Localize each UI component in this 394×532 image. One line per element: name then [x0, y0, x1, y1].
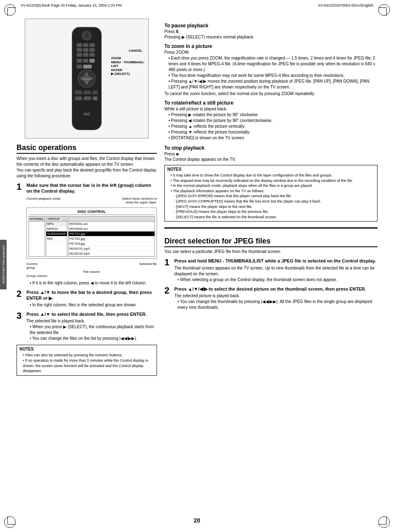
ds-step-2-content: Press ▲/▼/◀/▶ to select the desired pict…: [174, 286, 377, 310]
rotate-bullet-4: Pressing ▼ reflects the picture horizont…: [164, 129, 377, 135]
basic-operations-notes: NOTES Files can also be selected by pres…: [17, 345, 157, 375]
rotate-section: To rotate/reflect a still picture While …: [164, 100, 377, 141]
step-3-heading: Press ▲/▼ to select the desired file, th…: [26, 311, 157, 317]
right-note-dash-1: [JPEG DATA ERROR] means that this player…: [167, 193, 375, 199]
page-content: ENTER II JVC CANCEL ZOOMMENU · THUMBNAIL…: [17, 19, 377, 515]
step-3-content: Press ▲/▼ to select the desired file, th…: [26, 311, 157, 341]
svg-rect-14: [90, 59, 95, 62]
ds-step-1-detail: The thumbnail screen appears on the TV s…: [174, 265, 377, 277]
select-upper-layer-label: Select these sections toshow the upper l…: [122, 197, 157, 204]
basic-operations-intro: When you insert a disc with groups and f…: [17, 156, 157, 179]
ds-step-2-bullet: You can change the thumbnails by pressin…: [174, 299, 377, 310]
rotate-bullet-2: Pressing ◀ rotates the picture by 90° co…: [164, 118, 377, 124]
disc-control-diagram-wrapper: Current playback mode Select these secti…: [26, 197, 157, 278]
ds-step-1-num: 1: [164, 258, 172, 282]
notes-title: NOTES: [19, 347, 154, 351]
svg-rect-13: [83, 59, 88, 62]
rotate-bullet-3: Pressing ▲ reflects the picture vertical…: [164, 124, 377, 129]
svg-rect-25: [84, 91, 91, 94]
step-1-content: Make sure that the cursor bar is in the …: [26, 182, 157, 286]
side-tab: Audio/Video files playback: [0, 240, 7, 289]
stop-section: To stop playback Press ■. The Control di…: [164, 145, 377, 162]
step-3-bullet-2: You can change the files on the list by …: [26, 336, 157, 341]
step-3-bullet-1: When you press ▶ (SELECT), the continuou…: [26, 324, 157, 336]
svg-rect-3: [77, 43, 82, 47]
crosshair-tl: [7, 7, 16, 16]
svg-rect-11: [90, 53, 95, 57]
right-note-dash-5: [SELECT] means the file is selected on t…: [167, 215, 375, 220]
dc-item-pict01: PICT01.jpg: [69, 231, 154, 236]
disc-control-diagram: DISC CONTROL NORMAL GROUP ... MP3: [26, 208, 157, 259]
svg-text:JVC: JVC: [83, 112, 90, 116]
right-notes-title: NOTES: [167, 167, 375, 172]
direct-selection-intro: You can select a particular JPEG file fr…: [164, 249, 377, 255]
step-1-num: 1: [17, 182, 24, 286]
dc-item-mix: MIX: [46, 236, 67, 241]
dc-group-header: GROUP ...: [46, 217, 67, 222]
rotate-intro: While a still picture is played back:: [164, 107, 377, 111]
pause-playback-intro: Press II.: [164, 29, 377, 34]
step-1-bullet-1: If it is in the right column, press ◀ to…: [26, 280, 157, 286]
page-header: XV-N22S(B).book Page 20 Friday, January …: [0, 3, 394, 7]
crosshair-tr: [378, 7, 387, 16]
ds-step-2-detail: The selected picture is played back.: [174, 293, 377, 299]
svg-rect-16: [83, 65, 92, 68]
dc-item-pict02: PICT02.jpg: [69, 236, 154, 241]
pause-playback-section: To pause playback Press II. Pressing ▶ (…: [164, 23, 377, 39]
svg-point-2: [84, 33, 90, 38]
step-2: 2 Press ▲/▼ to move the bar to a desired…: [17, 289, 157, 308]
zoom-bullet-2: The four-time magnification may not work…: [164, 73, 377, 79]
svg-rect-15: [77, 65, 82, 68]
step-3-intro: The selected file is played back.: [26, 318, 157, 324]
right-note-dash-2: [JPEG DATA CORRUPTED] means that the fil…: [167, 199, 375, 204]
right-column: To pause playback Press II. Pressing ▶ (…: [164, 19, 377, 515]
step-3: 3 Press ▲/▼ to select the desired file, …: [17, 311, 157, 341]
zoom-title: To zoom in a picture: [164, 43, 377, 49]
right-note-1: It may take time to show the Control dis…: [167, 173, 375, 178]
basic-operations-title: Basic operations: [17, 143, 157, 154]
zoom-outro: To cancel the zoom function, select the …: [164, 91, 377, 96]
dc-col-group: GROUP ... MP3 MPEG4 SLIDESHOW MIX: [46, 216, 67, 257]
right-note-2: The elapsed time may be incorrectly indi…: [167, 178, 375, 184]
remote-illustration: ENTER II JVC CANCEL ZOOMMENU · THUMBNAIL…: [25, 19, 149, 138]
svg-rect-26: [93, 91, 97, 94]
right-note-4: The playback information appears on the …: [167, 188, 375, 194]
basic-operations-section: Basic operations When you insert a disc …: [17, 143, 157, 376]
step-1-heading: Make sure that the cursor bar is in the …: [26, 182, 157, 194]
ds-step-2-num: 2: [164, 286, 172, 310]
cancel-label: CANCEL: [129, 49, 142, 52]
svg-rect-12: [77, 59, 82, 62]
svg-rect-6: [77, 48, 82, 52]
ds-step-2: 2 Press ▲/▼/◀/▶ to select the desired pi…: [164, 286, 377, 310]
right-note-dash-4: [PREVIOUS] means the player skips to the…: [167, 209, 375, 215]
svg-rect-9: [77, 53, 82, 57]
svg-rect-7: [83, 48, 88, 52]
svg-rect-4: [83, 43, 88, 47]
note-1: Files can also be selected by pressing t…: [19, 353, 154, 358]
right-notes-box: NOTES It may take time to show the Contr…: [164, 165, 377, 222]
note-2: If no operation is made for more than 5 …: [19, 358, 154, 374]
selected-file-label: Selected file: [139, 262, 157, 270]
crosshair-bl: [7, 516, 16, 525]
svg-rect-24: [75, 91, 82, 94]
left-column: ENTER II JVC CANCEL ZOOMMENU · THUMBNAIL…: [17, 19, 157, 515]
file-column-label: File column: [83, 270, 100, 274]
ds-step-1-bullet: When selecting a group on the Control di…: [174, 277, 377, 283]
right-note-3: In the normal playback mode, playback st…: [167, 183, 375, 188]
dc-item-movie02: MOVIE02.avi: [69, 227, 154, 231]
dc-files-header: [69, 217, 154, 222]
pause-playback-detail: Pressing ▶ (SELECT) resumes normal playb…: [164, 35, 377, 39]
dc-col-files: MOVIE01.avi MOVIE02.avi PICT01.jpg PICT0…: [68, 216, 155, 257]
dc-normal-header: NORMAL: [29, 217, 45, 222]
step-3-num: 3: [17, 311, 24, 341]
dc-col-normal: NORMAL: [28, 216, 45, 257]
step-2-heading: Press ▲/▼ to move the bar to a desired g…: [26, 289, 157, 301]
stop-detail: The Control display appears on the TV.: [164, 157, 377, 162]
stop-intro: Press ■.: [164, 152, 377, 156]
zoom-bullet-1: Each time you press ZOOM, the magnificat…: [164, 55, 377, 73]
pause-playback-title: To pause playback: [164, 23, 377, 29]
zoom-label: ZOOMMENU · THUMBNAIL/LISTENTER▶ (SELECT): [111, 56, 144, 76]
dc-item-mp3: MP3: [46, 222, 67, 227]
dc-item-pict03: PICT03.jpg: [69, 241, 154, 246]
direct-selection-title: Direct selection for JPEG files: [164, 237, 377, 247]
